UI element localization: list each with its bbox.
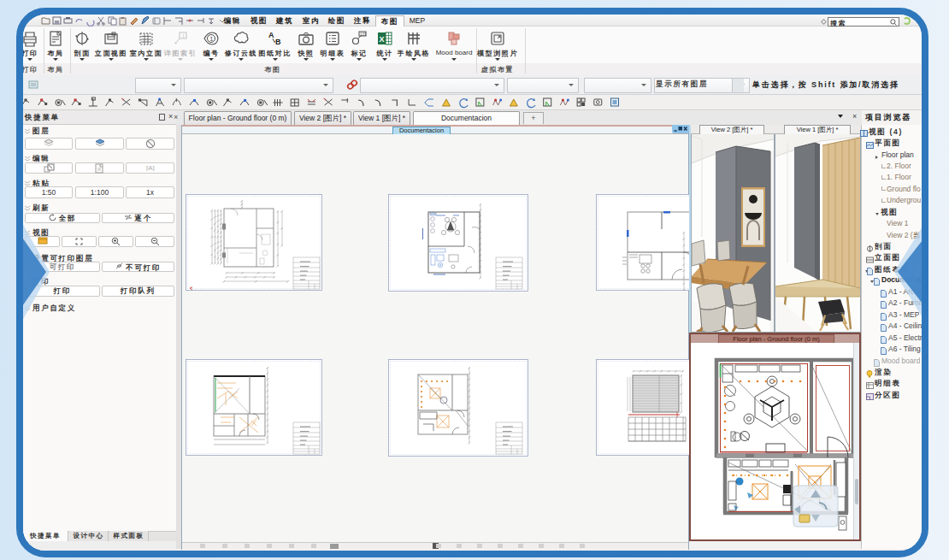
svg-text:B: B bbox=[275, 38, 281, 46]
svg-text:1: 1 bbox=[209, 35, 213, 43]
svg-text:[A]: [A] bbox=[146, 164, 155, 171]
svg-text:A: A bbox=[268, 31, 274, 39]
svg-text:123: 123 bbox=[360, 32, 367, 37]
svg-text:X: X bbox=[380, 35, 385, 44]
svg-text:1: 1 bbox=[182, 33, 185, 38]
